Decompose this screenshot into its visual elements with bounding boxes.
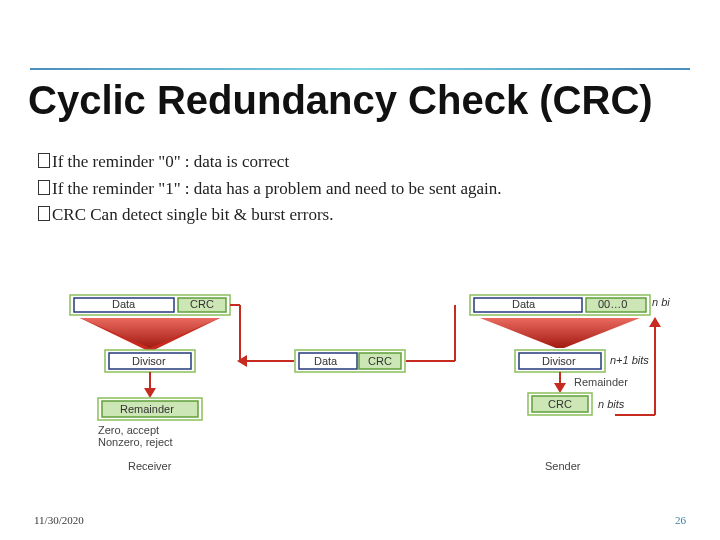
crc-diagram: Data CRC Divisor Remainder Zero, accept bbox=[50, 290, 670, 485]
receiver-remainder-label: Remainder bbox=[120, 403, 174, 415]
sender-data-label: Data bbox=[512, 298, 536, 310]
sender-n-plus-1-label: n+1 bits bbox=[610, 354, 649, 366]
bullet-marker bbox=[38, 180, 50, 195]
mid-data-label: Data bbox=[314, 355, 338, 367]
slide-title: Cyclic Redundancy Check (CRC) bbox=[28, 78, 653, 123]
sender-nbits-label: n bits bbox=[652, 296, 670, 308]
svg-marker-4 bbox=[80, 318, 220, 348]
svg-marker-23 bbox=[480, 318, 640, 348]
bullet-item: If the reminder "0" : data is correct bbox=[38, 150, 690, 175]
footer-date: 11/30/2020 bbox=[34, 514, 84, 526]
sender-caption: Sender bbox=[545, 460, 581, 472]
bullet-text: If the reminder "1" : data has a problem… bbox=[52, 179, 502, 198]
bullet-marker bbox=[38, 153, 50, 168]
sender-nbits2-label: n bits bbox=[598, 398, 625, 410]
slide-number: 26 bbox=[675, 514, 686, 526]
receiver-crc-label: CRC bbox=[190, 298, 214, 310]
receiver-data-label: Data bbox=[112, 298, 136, 310]
bullet-item: If the reminder "1" : data has a problem… bbox=[38, 177, 690, 202]
sender-divisor-label: Divisor bbox=[542, 355, 576, 367]
bullet-list: If the reminder "0" : data is correct If… bbox=[38, 150, 690, 230]
svg-marker-15 bbox=[237, 355, 247, 367]
bullet-text: If the reminder "0" : data is correct bbox=[52, 152, 289, 171]
sender-zeros-label: 00…0 bbox=[598, 298, 627, 310]
svg-marker-8 bbox=[144, 388, 156, 398]
title-divider bbox=[30, 68, 690, 70]
bullet-marker bbox=[38, 206, 50, 221]
sender-crc-box-label: CRC bbox=[548, 398, 572, 410]
receiver-note1: Zero, accept bbox=[98, 424, 159, 436]
receiver-note2: Nonzero, reject bbox=[98, 436, 173, 448]
svg-marker-27 bbox=[554, 383, 566, 393]
bullet-item: CRC Can detect single bit & burst errors… bbox=[38, 203, 690, 228]
bullet-text: CRC Can detect single bit & burst errors… bbox=[52, 205, 333, 224]
svg-marker-32 bbox=[649, 317, 661, 327]
sender-remainder-label: Remainder bbox=[574, 376, 628, 388]
receiver-divisor-label: Divisor bbox=[132, 355, 166, 367]
receiver-caption: Receiver bbox=[128, 460, 172, 472]
mid-crc-label: CRC bbox=[368, 355, 392, 367]
